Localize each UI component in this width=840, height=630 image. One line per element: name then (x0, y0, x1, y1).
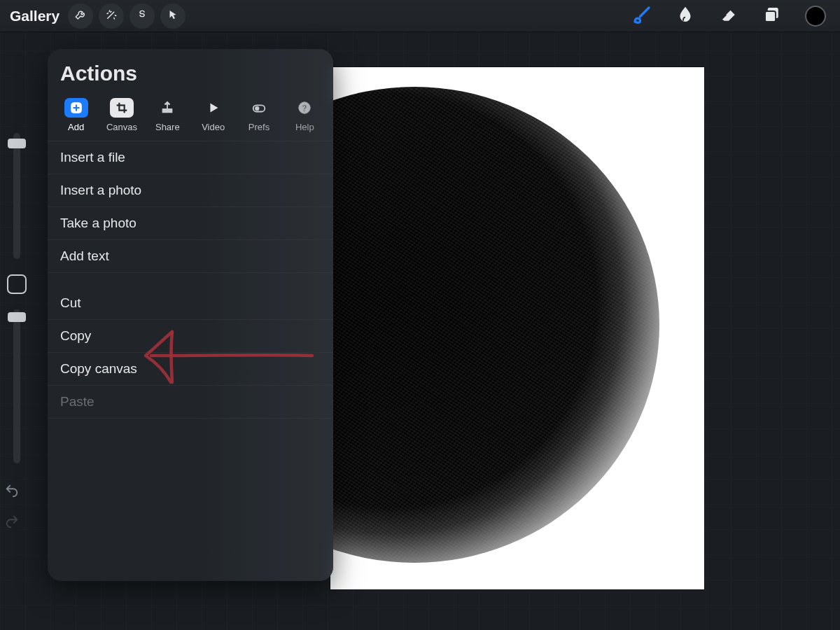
brush-size-thumb[interactable] (8, 139, 26, 148)
menu-paste: Paste (48, 386, 333, 419)
modify-button[interactable] (7, 274, 27, 294)
tab-share-label: Share (155, 122, 180, 132)
video-play-icon (202, 98, 225, 118)
cursor-arrow-icon (167, 8, 179, 24)
color-swatch-button[interactable] (805, 6, 826, 27)
actions-title: Actions (48, 62, 333, 92)
tab-prefs-label: Prefs (248, 122, 270, 132)
share-icon (155, 98, 179, 118)
layers-button[interactable] (762, 4, 783, 28)
adjustments-wand-button[interactable] (99, 4, 124, 29)
redo-button[interactable] (4, 514, 20, 532)
selection-tool-button[interactable] (130, 4, 155, 29)
brush-opacity-slider[interactable] (13, 309, 20, 463)
menu-insert-photo[interactable]: Insert a photo (48, 174, 333, 207)
menu-copy-canvas[interactable]: Copy canvas (48, 353, 333, 386)
left-slider-rail (3, 133, 31, 479)
menu-add-text[interactable]: Add text (48, 240, 333, 273)
actions-popover: Actions Add Canvas Share Video (48, 49, 333, 581)
canvas-artwork-brushstroke (330, 87, 659, 563)
brush-opacity-thumb[interactable] (8, 312, 26, 322)
help-question-icon: ? (293, 98, 316, 118)
tab-add[interactable]: Add (53, 98, 99, 132)
brush-size-slider[interactable] (13, 133, 20, 259)
undo-icon (4, 489, 20, 500)
menu-copy[interactable]: Copy (48, 320, 333, 353)
tab-canvas[interactable]: Canvas (99, 98, 144, 132)
tab-video[interactable]: Video (190, 98, 236, 132)
wrench-icon (74, 8, 87, 24)
tab-help-label: Help (295, 122, 314, 132)
tab-prefs[interactable]: Prefs (236, 98, 281, 132)
canvas[interactable] (330, 67, 704, 589)
transform-arrow-button[interactable] (160, 4, 186, 29)
eraser-icon (718, 4, 739, 28)
tab-help[interactable]: ? Help (282, 98, 328, 132)
svg-rect-1 (765, 11, 776, 22)
actions-tab-row: Add Canvas Share Video Prefs (48, 92, 333, 141)
svg-text:?: ? (302, 104, 307, 113)
eraser-tool-button[interactable] (718, 4, 739, 28)
tab-canvas-label: Canvas (106, 122, 137, 132)
undo-button[interactable] (4, 483, 20, 501)
menu-insert-file[interactable]: Insert a file (48, 141, 333, 174)
selection-s-icon (136, 8, 148, 24)
menu-cut[interactable]: Cut (48, 287, 333, 320)
svg-point-4 (255, 106, 259, 111)
smudge-tool-button[interactable] (675, 4, 696, 28)
redo-icon (4, 519, 20, 531)
actions-wrench-button[interactable] (68, 4, 93, 29)
tab-share[interactable]: Share (145, 98, 190, 132)
smudge-icon (675, 4, 696, 28)
gallery-button[interactable]: Gallery (10, 8, 59, 24)
brush-tool-button[interactable] (631, 4, 652, 28)
layers-icon (762, 4, 783, 28)
tab-video-label: Video (202, 122, 225, 132)
wand-icon (105, 8, 118, 24)
tab-add-label: Add (68, 122, 84, 132)
canvas-crop-icon (110, 98, 134, 118)
prefs-toggle-icon (247, 98, 271, 118)
add-plus-icon (64, 98, 88, 118)
top-toolbar: Gallery (0, 0, 840, 32)
brush-icon (631, 4, 652, 28)
menu-take-photo[interactable]: Take a photo (48, 207, 333, 240)
